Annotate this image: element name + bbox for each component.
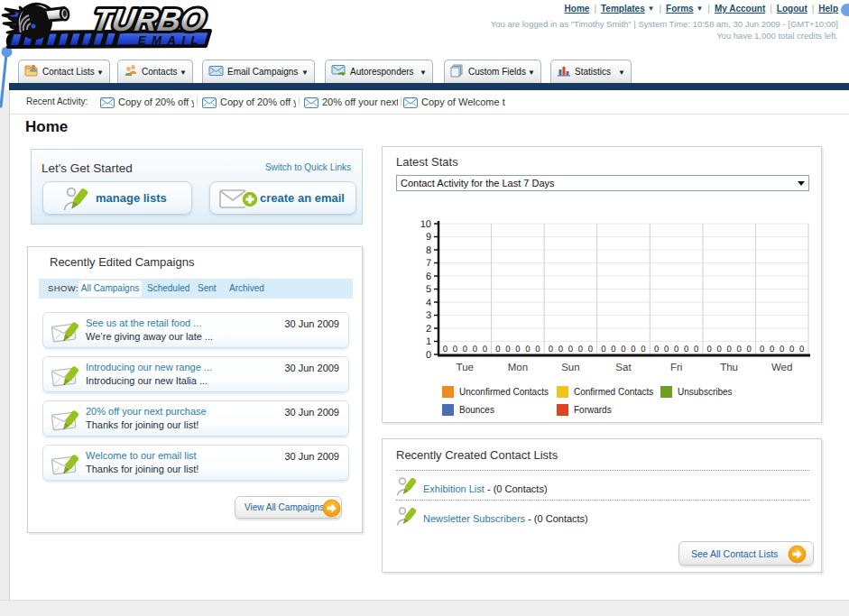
- svg-text:Fri: Fri: [670, 363, 682, 373]
- svg-text:Wed: Wed: [771, 363, 792, 373]
- svg-text:0: 0: [799, 345, 804, 354]
- svg-text:0: 0: [525, 345, 530, 354]
- svg-text:6: 6: [426, 271, 431, 282]
- svg-text:0: 0: [535, 345, 540, 354]
- svg-text:Tue: Tue: [457, 363, 474, 373]
- svg-text:7: 7: [426, 258, 431, 269]
- svg-text:0: 0: [746, 345, 751, 354]
- svg-text:0: 0: [558, 345, 563, 354]
- svg-text:TURBO: TURBO: [90, 3, 208, 38]
- svg-text:0: 0: [578, 345, 583, 354]
- svg-text:0: 0: [694, 345, 698, 354]
- svg-text:0: 0: [588, 345, 593, 354]
- svg-text:0: 0: [601, 345, 605, 354]
- svg-text:0: 0: [483, 345, 487, 354]
- svg-text:0: 0: [726, 345, 731, 354]
- svg-text:0: 0: [549, 345, 553, 354]
- svg-text:0: 0: [515, 345, 520, 354]
- svg-text:0: 0: [463, 345, 467, 354]
- svg-text:0: 0: [473, 345, 477, 354]
- svg-text:Sun: Sun: [561, 363, 579, 373]
- svg-text:0: 0: [674, 345, 678, 354]
- svg-text:Thu: Thu: [720, 363, 738, 373]
- svg-text:3: 3: [426, 310, 431, 321]
- svg-text:0: 0: [736, 345, 741, 354]
- svg-text:0: 0: [505, 345, 510, 354]
- svg-text:10: 10: [420, 219, 431, 230]
- svg-text:5: 5: [426, 284, 431, 295]
- svg-text:0: 0: [760, 345, 764, 354]
- svg-text:0: 0: [716, 345, 721, 354]
- svg-text:8: 8: [426, 245, 431, 256]
- svg-text:0: 0: [631, 345, 635, 354]
- svg-text:9: 9: [426, 232, 431, 243]
- svg-text:0: 0: [664, 345, 669, 354]
- svg-text:0: 0: [568, 345, 573, 354]
- svg-text:Sat: Sat: [615, 363, 632, 373]
- svg-text:0: 0: [621, 345, 625, 354]
- svg-text:Mon: Mon: [508, 363, 528, 373]
- svg-text:2: 2: [426, 324, 431, 335]
- svg-text:4: 4: [426, 298, 431, 308]
- svg-text:0: 0: [426, 350, 431, 361]
- svg-text:0: 0: [789, 345, 794, 354]
- svg-text:0: 0: [770, 345, 774, 354]
- svg-text:0: 0: [443, 345, 448, 354]
- svg-text:0: 0: [780, 345, 784, 354]
- svg-text:0: 0: [611, 345, 615, 354]
- svg-text:0: 0: [654, 345, 659, 354]
- svg-text:0: 0: [706, 345, 711, 354]
- svg-text:0: 0: [641, 345, 645, 354]
- svg-text:0: 0: [684, 345, 688, 354]
- svg-text:1: 1: [426, 336, 431, 347]
- svg-text:0: 0: [453, 345, 457, 354]
- svg-text:0: 0: [495, 345, 500, 354]
